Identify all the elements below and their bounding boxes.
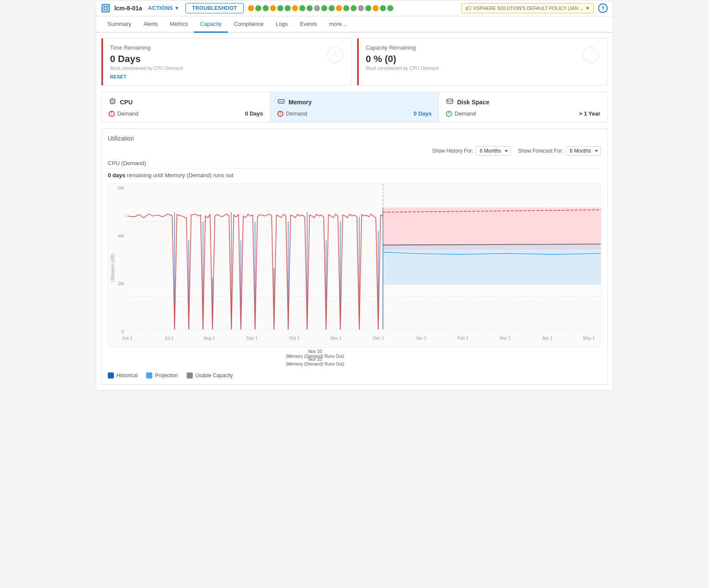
status-dot-19 [380, 5, 386, 11]
x-label-feb1: Feb 1 [457, 336, 468, 341]
status-dot-5 [277, 5, 283, 11]
capacity-remaining-sub: Most constrained by CPU Demand [366, 66, 600, 71]
status-dot-3 [263, 5, 269, 11]
x-label-jun1: Jun 1 [122, 336, 132, 341]
chart-area: 6M 4M 2M 0 Utilization (KB) [108, 184, 601, 347]
x-label-jan1: Jan 1 [416, 336, 426, 341]
disk-status-icon [446, 111, 452, 117]
svg-rect-31 [383, 245, 601, 285]
legend-usable-box [187, 372, 193, 378]
utilization-section: Utilization Show History For: 6 Months 3… [101, 128, 608, 385]
capacity-remaining-value: 0 % (0) [366, 53, 600, 65]
instance-name: lcm-8-01a [114, 5, 142, 12]
chart-legend: Historical Projection Usable Capacity [108, 372, 601, 378]
help-icon[interactable]: ? [598, 3, 608, 13]
status-dot-11 [321, 5, 327, 11]
y-label-2m: 2M [118, 281, 124, 286]
show-forecast-label: Show Forecast For: [518, 148, 563, 154]
chart-message-suffix: remaining until Memory (Demand) runs out [127, 172, 233, 178]
chart-svg [127, 184, 601, 334]
memory-panel-header: Memory [277, 97, 432, 107]
tab-summary[interactable]: Summary [101, 16, 138, 33]
legend-projection: Projection [146, 372, 178, 378]
status-dot-14 [343, 5, 349, 11]
svg-rect-17 [278, 100, 284, 103]
chart-message-prefix: 0 days [108, 172, 125, 178]
nav-tabs: Summary Alerts Metrics Capacity Complian… [96, 16, 613, 33]
disk-panel: Disk Space Demand > 1 Year [439, 92, 607, 122]
status-dot-6 [285, 5, 291, 11]
summary-row: Time Remaining 0 Days Most constrained b… [101, 38, 608, 86]
chart-plot [127, 184, 601, 334]
tab-alerts[interactable]: Alerts [138, 16, 164, 33]
svg-rect-4 [112, 100, 113, 102]
cpu-panel-title: CPU [120, 99, 133, 106]
legend-historical-label: Historical [116, 372, 138, 378]
legend-usable-label: Usable Capacity [195, 372, 233, 378]
legend-projection-box [146, 372, 152, 378]
clock-icon [326, 45, 345, 66]
chart-message: 0 days remaining until Memory (Demand) r… [108, 172, 601, 178]
x-label-jul1: Jul 1 [164, 336, 173, 341]
disk-metric-value: > 1 Year [579, 110, 600, 117]
actions-button[interactable]: ACTIONS ▼ [147, 4, 182, 12]
disk-panel-header: Disk Space [446, 97, 600, 107]
disk-metric: Demand > 1 Year [446, 110, 600, 117]
svg-rect-3 [110, 99, 115, 103]
tab-events[interactable]: Events [294, 16, 323, 33]
status-dot-8 [299, 5, 305, 11]
chart-controls: Show History For: 6 Months 3 Months 1 Ye… [108, 146, 601, 156]
y-label-0: 0 [121, 329, 124, 334]
disk-metric-label: Demand [446, 110, 476, 117]
memory-metric-value: 0 Days [414, 110, 432, 117]
tab-metrics[interactable]: Metrics [164, 16, 194, 33]
status-dot-16 [358, 5, 364, 11]
reset-link[interactable]: RESET [110, 74, 345, 79]
memory-metric: Demand 0 Days [277, 110, 432, 117]
cpu-panel-header: CPU [109, 97, 263, 107]
status-dot-2 [255, 5, 261, 11]
status-dot-10 [314, 5, 320, 11]
cpu-metric-value: 0 Days [245, 110, 263, 117]
tab-more[interactable]: more... [323, 16, 352, 33]
svg-point-24 [447, 99, 453, 101]
history-select[interactable]: 6 Months 3 Months 1 Year [476, 146, 511, 156]
legend-usable: Usable Capacity [187, 372, 233, 378]
y-axis-label: Utilization (KB) [110, 253, 115, 282]
annotation-2-line2: (Memory (Demand) Runs Out) [286, 362, 344, 366]
memory-status-icon [277, 111, 283, 117]
show-history-label: Show History For: [432, 148, 473, 154]
tab-compliance[interactable]: Compliance [228, 16, 270, 33]
annotation-2-line1: Nov 10 [286, 357, 344, 362]
status-dot-15 [351, 5, 357, 11]
memory-metric-label: Demand [277, 110, 307, 117]
chart-subtitle: CPU (Demand) [108, 160, 601, 166]
policy-label[interactable]: 🏷 VSPHERE SOLUTION'S DEFAULT POLICY (JAN… [461, 3, 594, 13]
status-icons [248, 5, 458, 11]
x-label-sep1: Sep 1 [246, 336, 257, 341]
status-dot-20 [387, 5, 393, 11]
disk-panel-title: Disk Space [457, 99, 489, 106]
legend-historical: Historical [108, 372, 138, 378]
cpu-icon [109, 97, 116, 107]
x-label-oct1: Oct 1 [289, 336, 300, 341]
troubleshoot-button[interactable]: TROUBLESHOOT [185, 3, 243, 13]
tab-logs[interactable]: Logs [270, 16, 294, 33]
y-label-4m: 4M [118, 234, 124, 238]
tab-capacity[interactable]: Capacity [194, 16, 228, 33]
status-dot-9 [307, 5, 313, 11]
status-dot-7 [292, 5, 298, 11]
utilization-title: Utilization [108, 135, 601, 142]
chart-x-axis: Jun 1 Jul 1 Aug 1 Sep 1 Oct 1 Nov 1 Dec … [127, 334, 601, 347]
x-label-may1: May 1 [583, 336, 595, 341]
memory-icon [277, 97, 285, 107]
status-dot-17 [365, 5, 371, 11]
legend-historical-box [108, 372, 114, 378]
app-icon [101, 4, 110, 13]
forecast-select[interactable]: 6 Months 3 Months 1 Year [566, 146, 601, 156]
history-control: Show History For: 6 Months 3 Months 1 Ye… [432, 146, 511, 156]
time-remaining-card: Time Remaining 0 Days Most constrained b… [101, 38, 352, 86]
cpu-metric: Demand 0 Days [109, 110, 263, 117]
main-content: Time Remaining 0 Days Most constrained b… [96, 33, 613, 390]
legend-projection-label: Projection [155, 372, 178, 378]
